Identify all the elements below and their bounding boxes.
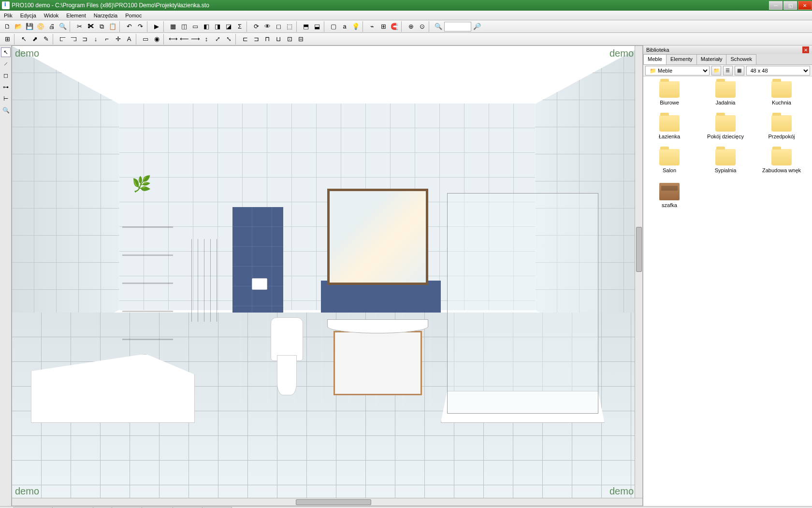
- viewport-3d[interactable]: demo demo demo demo: [12, 45, 643, 506]
- library-tab-meble[interactable]: Meble: [643, 54, 667, 64]
- dim6-icon[interactable]: ⤡: [223, 34, 234, 45]
- pointer-icon[interactable]: ↖: [1, 47, 11, 57]
- table-icon[interactable]: ⊞: [378, 21, 389, 32]
- group5-icon[interactable]: ⊡: [284, 34, 295, 45]
- library-item-sypialnia[interactable]: Sypialnia: [704, 149, 747, 173]
- text-a-icon[interactable]: A: [124, 34, 134, 45]
- grid-icon[interactable]: ▦: [168, 21, 178, 32]
- print-icon[interactable]: 🖨: [46, 21, 57, 32]
- chart-icon[interactable]: ⌁: [367, 21, 377, 32]
- library-item-przedpokój[interactable]: Przedpokój: [760, 115, 803, 139]
- view-grid-button[interactable]: ▦: [735, 66, 744, 75]
- zoom-out-icon[interactable]: 🔍: [433, 21, 444, 32]
- library-tab-elementy[interactable]: Elementy: [666, 54, 697, 64]
- library-path-select[interactable]: 📁 Meble: [645, 66, 710, 75]
- undo-icon[interactable]: ↶: [124, 21, 134, 32]
- document-new-icon[interactable]: 🗋: [2, 21, 13, 32]
- folder-open-icon[interactable]: 📂: [13, 21, 24, 32]
- ruler-icon[interactable]: ⟋: [1, 59, 11, 69]
- link-icon[interactable]: ⊶: [1, 82, 11, 92]
- box-icon[interactable]: ◻: [273, 21, 284, 32]
- cursor-icon[interactable]: ↖: [18, 34, 29, 45]
- maximize-button[interactable]: ◱: [783, 1, 797, 10]
- menu-narzędzia[interactable]: Narzędzia: [90, 11, 122, 20]
- group2-icon[interactable]: ⊐: [251, 34, 261, 45]
- window-layout-icon[interactable]: ◫: [179, 21, 189, 32]
- text-icon[interactable]: a: [339, 21, 350, 32]
- library-item-szafka[interactable]: szafka: [648, 183, 691, 208]
- minimize-button[interactable]: ─: [769, 1, 783, 10]
- corner-icon[interactable]: ⌐: [102, 34, 112, 45]
- plus-icon[interactable]: ✛: [113, 34, 123, 45]
- library-item-salon[interactable]: Salon: [648, 149, 691, 173]
- group1-icon[interactable]: ⊏: [240, 34, 250, 45]
- paste-icon[interactable]: 📋: [107, 21, 118, 32]
- group3-icon[interactable]: ⊓: [262, 34, 273, 45]
- panel-left-icon[interactable]: ◧: [201, 21, 212, 32]
- align-center-icon[interactable]: ⫎: [68, 34, 79, 45]
- action-icon[interactable]: ▶: [151, 21, 162, 32]
- print-preview-icon[interactable]: 🔍: [58, 21, 68, 32]
- target-icon[interactable]: ⊙: [417, 21, 427, 32]
- cut-icon[interactable]: ✂: [74, 21, 85, 32]
- cube-icon[interactable]: ⬚: [284, 21, 295, 32]
- rect-icon[interactable]: ▭: [140, 34, 151, 45]
- menu-plik[interactable]: Plik: [0, 11, 16, 20]
- folder-up-button[interactable]: 📁: [711, 66, 721, 75]
- refresh-icon[interactable]: ⟳: [251, 21, 261, 32]
- library-close-button[interactable]: ✕: [802, 46, 809, 53]
- menu-widok[interactable]: Widok: [40, 11, 63, 20]
- grid-snap-icon[interactable]: ⊞: [2, 34, 13, 45]
- globe-icon[interactable]: ⊕: [406, 21, 416, 32]
- dim5-icon[interactable]: ⤢: [212, 34, 223, 45]
- layers-icon[interactable]: ⬒: [301, 21, 311, 32]
- menu-element[interactable]: Element: [62, 11, 89, 20]
- panel-right-icon[interactable]: ◨: [212, 21, 223, 32]
- group4-icon[interactable]: ⊔: [273, 34, 284, 45]
- view-icon[interactable]: 👁: [262, 21, 273, 32]
- dim3-icon[interactable]: ⟶: [190, 34, 201, 45]
- library-tab-schowek[interactable]: Schowek: [726, 54, 756, 64]
- library-item-biurowe[interactable]: Biurowe: [648, 81, 691, 105]
- vertical-scrollbar[interactable]: [635, 46, 642, 498]
- arrow-down-icon[interactable]: ↓: [90, 34, 101, 45]
- copy-icon[interactable]: ⧉: [96, 21, 107, 32]
- menu-edycja[interactable]: Edycja: [16, 11, 40, 20]
- dim2-icon[interactable]: ⟵: [179, 34, 189, 45]
- horizontal-scrollbar[interactable]: [12, 498, 642, 506]
- layout2-icon[interactable]: ▭: [190, 21, 201, 32]
- library-item-łazienka[interactable]: Łazienka: [648, 115, 691, 139]
- box-icon[interactable]: ◻: [1, 71, 11, 80]
- bulb-icon[interactable]: 💡: [350, 21, 361, 32]
- target2-icon[interactable]: ◉: [151, 34, 162, 45]
- library-item-pokój-dziecięcy[interactable]: Pokój dziecięcy: [704, 115, 747, 139]
- scissors-icon[interactable]: ✀: [85, 21, 96, 32]
- zoom-input[interactable]: [444, 22, 471, 31]
- thumbnail-size-select[interactable]: 48 x 48: [746, 66, 811, 75]
- dim4-icon[interactable]: ↕: [201, 34, 212, 45]
- pointer-icon[interactable]: ⬈: [29, 34, 40, 45]
- menu-pomoc[interactable]: Pomoc: [121, 11, 145, 20]
- library-item-zabudowa-wnęk[interactable]: Zabudowa wnęk: [760, 149, 803, 173]
- edit-icon[interactable]: ✎: [41, 34, 51, 45]
- group6-icon[interactable]: ⊟: [295, 34, 306, 45]
- panel-toggle-icon[interactable]: ◪: [223, 21, 234, 32]
- dim1-icon[interactable]: ⟷: [168, 34, 178, 45]
- redo-icon[interactable]: ↷: [135, 21, 145, 32]
- library-item-jadalnia[interactable]: Jadalnia: [704, 81, 747, 105]
- close-button[interactable]: ✕: [798, 1, 812, 10]
- align-right-icon[interactable]: ⊐: [79, 34, 90, 45]
- align-left-icon[interactable]: ⫍: [57, 34, 68, 45]
- zoom-in-icon[interactable]: 🔎: [472, 21, 482, 32]
- sigma-icon[interactable]: Σ: [234, 21, 245, 32]
- library-tab-materiały[interactable]: Materiały: [696, 54, 727, 64]
- layers2-icon[interactable]: ⬓: [312, 21, 322, 32]
- save-icon[interactable]: 💾: [24, 21, 35, 32]
- snap-icon[interactable]: 🧲: [389, 21, 400, 32]
- save-as-icon[interactable]: 📀: [35, 21, 46, 32]
- library-item-kuchnia[interactable]: Kuchnia: [760, 81, 803, 105]
- zoom-icon[interactable]: 🔍: [1, 105, 11, 115]
- view-list-button[interactable]: ☰: [723, 66, 733, 75]
- segment-icon[interactable]: ⊢: [1, 94, 11, 104]
- textbox-icon[interactable]: ▢: [328, 21, 339, 32]
